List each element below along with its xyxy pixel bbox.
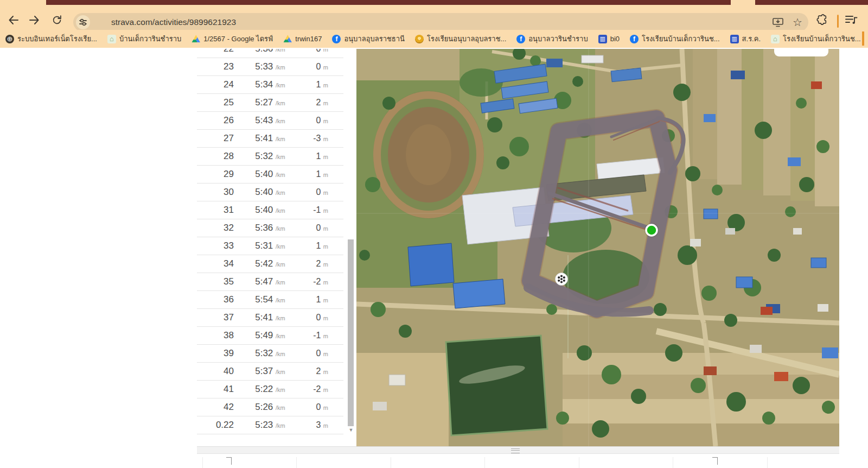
bookmark-item[interactable]: trwin167 (283, 35, 322, 43)
split-pace-unit: /km (276, 387, 285, 393)
splits-row[interactable]: 265:43 /km0 m (197, 112, 343, 130)
splits-row[interactable]: 315:40 /km-1 m (197, 201, 343, 219)
bookmark-item[interactable]: โรงเรียนบ้านเด็กวารินช... (630, 33, 720, 45)
split-pace: 5:47 /km (235, 276, 305, 287)
facebook-icon (516, 35, 525, 43)
chart-gridline (579, 457, 579, 468)
split-pace: 5:40 /km (235, 205, 305, 216)
split-pace-unit: /km (276, 82, 285, 88)
reading-list-button[interactable] (844, 12, 858, 27)
map-layers-button[interactable] (774, 49, 828, 56)
splits-row[interactable]: 355:47 /km-2 m (197, 273, 343, 291)
finish-marker (556, 273, 568, 286)
bookmark-item[interactable]: ระบบอินเทอร์เน็ตโรงเรีย... (5, 33, 97, 45)
split-km: 25 (197, 97, 235, 108)
bookmark-item[interactable]: โรงเรียนบ้านเด็กวารินช... (771, 33, 861, 45)
send-to-device-button[interactable] (771, 16, 784, 28)
chart-gridline (296, 457, 297, 468)
splits-row[interactable]: 375:41 /km0 m (197, 309, 343, 327)
splits-row[interactable]: 325:36 /km0 m (197, 219, 343, 237)
bookmark-item[interactable]: ส.ร.ค. (730, 33, 761, 45)
extensions-button[interactable] (815, 12, 829, 27)
split-km: 33 (197, 241, 235, 251)
splits-scrollbar-down-arrow[interactable]: ▼ (347, 426, 355, 434)
splits-row[interactable]: 0.225:23 /km3 m (197, 416, 343, 434)
splits-row[interactable]: 235:33 /km0 m (197, 58, 343, 76)
activity-map[interactable] (356, 49, 839, 446)
splits-row[interactable]: 275:41 /km-3 m (197, 130, 343, 148)
split-elevation: 2 m (305, 259, 343, 269)
splits-row[interactable]: 335:31 /km1 m (197, 237, 343, 255)
splits-row[interactable]: 405:37 /km2 m (197, 363, 343, 381)
splits-row[interactable]: 305:40 /km0 m (197, 184, 343, 201)
split-pace-unit: /km (276, 49, 285, 53)
split-elevation: -2 m (305, 384, 343, 394)
split-km: 35 (197, 276, 235, 287)
split-pace: 5:54 /km (235, 294, 305, 305)
split-elevation: 2 m (305, 366, 343, 376)
split-km: 34 (197, 258, 235, 269)
splits-row[interactable]: 415:22 /km-2 m (197, 381, 343, 399)
split-pace: 5:36 /km (235, 223, 305, 233)
split-elevation-unit: m (323, 64, 328, 71)
split-km: 36 (197, 294, 235, 305)
bookmark-label: trwin167 (295, 35, 322, 43)
split-elevation: 1 m (305, 80, 343, 90)
bookmark-item[interactable]: bi0 (598, 35, 620, 43)
site-settings-button[interactable] (76, 15, 90, 29)
split-km: 0.22 (197, 420, 235, 431)
splits-scrollbar-thumb[interactable] (348, 239, 354, 426)
splits-row[interactable]: 395:32 /km0 m (197, 345, 343, 363)
split-pace-unit: /km (276, 100, 285, 106)
splits-row[interactable]: 425:26 /km0 m (197, 399, 343, 416)
split-pace: 5:23 /km (235, 420, 305, 431)
back-button[interactable] (5, 12, 22, 28)
forward-button[interactable] (26, 12, 42, 28)
splits-row[interactable]: 225:36 /km0 m (197, 49, 343, 58)
splits-row[interactable]: 365:54 /km1 m (197, 291, 343, 309)
splits-row[interactable]: 245:34 /km1 m (197, 76, 343, 94)
split-elevation: -1 m (305, 205, 343, 215)
split-pace-unit: /km (276, 422, 285, 429)
split-km: 37 (197, 312, 235, 323)
split-elevation: 0 m (305, 49, 343, 54)
splits-row[interactable]: 285:32 /km1 m (197, 148, 343, 166)
split-elevation: 1 m (305, 241, 343, 251)
bookmark-item[interactable]: โรงเรียนอนุบาลอุบลราช... (415, 33, 506, 45)
bookmark-item[interactable]: บ้านเด็กวารินชำราบ (107, 33, 181, 45)
bookmark-star-button[interactable]: ☆ (791, 16, 804, 28)
split-elevation-unit: m (323, 351, 328, 357)
splits-row[interactable]: 255:27 /km2 m (197, 94, 343, 112)
split-elevation-unit: m (323, 82, 328, 88)
blue-grid-icon (598, 35, 607, 43)
split-pace: 5:49 /km (235, 330, 305, 341)
list-music-icon (844, 14, 858, 26)
split-elevation: 0 m (305, 62, 343, 72)
split-pace: 5:36 /km (235, 49, 305, 54)
split-elevation: 0 m (305, 223, 343, 233)
chart-corner-mark (712, 457, 718, 465)
split-pace: 5:22 /km (235, 384, 305, 395)
forward-arrow-icon (28, 14, 41, 27)
reload-button[interactable] (49, 12, 65, 28)
splits-row[interactable]: 295:40 /km1 m (197, 166, 343, 184)
chart-gridline (391, 457, 391, 468)
chart-gridline (767, 457, 768, 468)
url-bar[interactable]: strava.com/activities/9899621923 ☆ (73, 13, 808, 31)
splits-row[interactable]: 345:42 /km2 m (197, 255, 343, 273)
split-elevation: -1 m (305, 331, 343, 340)
bookmark-item[interactable]: อนุบาลวารินชำราบ (516, 33, 588, 45)
bookmark-item[interactable]: 1/2567 - Google ไดรฟ์ (192, 33, 273, 45)
divider-drag-handle[interactable] (511, 448, 520, 453)
split-elevation-unit: m (323, 172, 328, 178)
bookmark-item[interactable]: อนุบาลอุบลราชธานี (332, 33, 404, 45)
split-elevation-unit: m (323, 225, 328, 232)
split-pace-unit: /km (276, 207, 285, 214)
split-pace-unit: /km (276, 333, 285, 339)
splits-row[interactable]: 385:49 /km-1 m (197, 327, 343, 345)
split-pace-unit: /km (276, 189, 285, 196)
split-pace-unit: /km (276, 64, 285, 71)
browser-toolbar: strava.com/activities/9899621923 ☆ (0, 5, 868, 30)
split-elevation-unit: m (323, 369, 328, 375)
split-pace-unit: /km (276, 297, 285, 303)
